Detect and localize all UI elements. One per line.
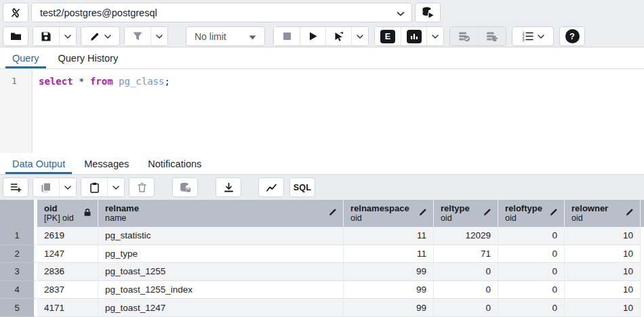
database-rollback-icon (486, 31, 498, 42)
cell-relname[interactable]: pg_statistic (98, 227, 344, 245)
cell-reltype[interactable]: 12029 (434, 227, 498, 245)
help-button[interactable]: ? (559, 26, 585, 46)
save-options-chevron[interactable] (59, 27, 76, 45)
cell-relowner[interactable]: 10 (565, 227, 641, 245)
row-limit-select[interactable]: No limit (186, 26, 265, 46)
table-row: 21247pg_type1171010 (0, 245, 644, 263)
editor-code-area[interactable]: select * from pg_class; (33, 69, 644, 153)
cell-relname[interactable]: pg_toast_1255_index (98, 281, 344, 299)
cell-relname[interactable]: pg_toast_1255 (98, 263, 344, 281)
cell-reloftype[interactable]: 0 (498, 245, 565, 263)
explain-analyze-button[interactable] (401, 27, 426, 45)
row-number[interactable]: 2 (0, 245, 37, 263)
stop-button[interactable] (274, 27, 300, 45)
connection-status-button[interactable] (3, 3, 28, 22)
download-results-button[interactable] (216, 177, 241, 197)
cell-oid[interactable]: 4171 (37, 299, 98, 317)
add-row-button[interactable] (3, 177, 28, 197)
cell-reloftype[interactable]: 0 (498, 299, 565, 317)
execute-to-cursor-button[interactable] (325, 27, 351, 45)
download-icon (224, 182, 234, 193)
output-tab-bar: Data OutputMessagesNotifications (0, 153, 644, 175)
explain-button[interactable]: E (375, 27, 401, 45)
tab-messages[interactable]: Messages (77, 153, 136, 174)
column-header-relnamespace[interactable]: relnamespaceoid (344, 200, 434, 227)
cell-relname[interactable]: pg_type (98, 245, 344, 263)
tab-query-history[interactable]: Query History (52, 47, 125, 68)
question-mark-icon: ? (565, 29, 580, 43)
open-file-button[interactable] (3, 26, 28, 46)
column-type: oid (571, 213, 622, 224)
row-number[interactable]: 1 (0, 227, 37, 245)
cell-relnamespace[interactable]: 11 (344, 245, 434, 263)
edit-pencil-icon[interactable] (625, 207, 635, 219)
cell-reltype[interactable]: 0 (434, 263, 498, 281)
cell-oid[interactable]: 2619 (37, 227, 98, 245)
new-connection-button[interactable] (415, 3, 441, 22)
row-number[interactable]: 5 (0, 299, 37, 317)
cell-reltype[interactable]: 0 (434, 299, 498, 317)
cell-relnamespace[interactable]: 11 (344, 227, 434, 245)
row-number[interactable]: 4 (0, 281, 37, 299)
column-header-reltype[interactable]: reltypeoid (434, 200, 498, 227)
copy-button[interactable] (33, 178, 59, 196)
lock-icon (83, 207, 92, 220)
column-header-text: relnamespaceoid (350, 203, 416, 224)
filter-button[interactable] (125, 27, 150, 45)
column-name: relnamespace (350, 203, 416, 213)
cell-relnamespace[interactable]: 99 (344, 263, 434, 281)
column-header-relowner[interactable]: relowneroid (565, 200, 641, 227)
cell-relowner[interactable]: 10 (565, 245, 641, 263)
delete-row-button[interactable] (129, 177, 155, 197)
rollback-button[interactable] (478, 27, 506, 45)
editor-tab-bar: QueryQuery History (0, 47, 644, 69)
cell-reloftype[interactable]: 0 (498, 263, 565, 281)
database-play-icon (422, 7, 434, 18)
filter-options-chevron[interactable] (150, 27, 167, 45)
connection-select[interactable]: test2/postgres@postgresql (31, 3, 412, 22)
sql-editor[interactable]: 1 select * from pg_class; (0, 69, 644, 153)
edit-pencil-icon[interactable] (483, 207, 492, 219)
cell-reloftype[interactable]: 0 (498, 281, 565, 299)
tab-query[interactable]: Query (5, 47, 46, 68)
save-data-changes-button[interactable] (172, 177, 198, 197)
tab-notifications[interactable]: Notifications (141, 153, 208, 174)
edit-pencil-icon[interactable] (418, 207, 428, 219)
save-file-button[interactable] (33, 27, 59, 45)
column-header-relname[interactable]: relnamename (98, 200, 344, 227)
copy-options-chevron[interactable] (59, 178, 76, 196)
cell-reltype[interactable]: 71 (434, 245, 498, 263)
cell-relowner[interactable]: 10 (565, 299, 641, 317)
cell-relowner[interactable]: 10 (565, 281, 641, 299)
sql-button[interactable]: SQL (289, 177, 315, 197)
macros-button[interactable]: 1 2 3 (512, 26, 554, 46)
cell-reloftype[interactable]: 0 (498, 227, 565, 245)
code-token (113, 76, 119, 87)
cell-relnamespace[interactable]: 99 (344, 281, 434, 299)
column-header-oid[interactable]: oid[PK] oid (37, 200, 98, 227)
execute-options-chevron[interactable] (351, 27, 368, 45)
column-type: oid (505, 213, 546, 224)
cell-reltype[interactable]: 0 (434, 281, 498, 299)
cell-relowner[interactable]: 10 (565, 263, 641, 281)
cell-oid[interactable]: 2837 (37, 281, 98, 299)
cell-relnamespace[interactable]: 99 (344, 299, 434, 317)
row-number[interactable]: 3 (0, 263, 37, 281)
code-token: from (90, 76, 113, 87)
graph-visualiser-button[interactable] (258, 177, 284, 197)
column-header-reloftype[interactable]: reloftypeoid (498, 200, 565, 227)
filter-funnel-icon (132, 31, 143, 41)
edit-button[interactable] (81, 26, 120, 46)
explain-options-chevron[interactable] (426, 27, 443, 45)
paste-options-chevron[interactable] (107, 178, 124, 196)
tab-data-output[interactable]: Data Output (5, 153, 72, 174)
cell-oid[interactable]: 2836 (37, 263, 98, 281)
commit-button[interactable] (450, 27, 478, 45)
cell-oid[interactable]: 1247 (37, 245, 98, 263)
grid-select-all-corner[interactable] (0, 200, 37, 227)
edit-pencil-icon[interactable] (328, 207, 338, 219)
edit-pencil-icon[interactable] (549, 207, 559, 219)
paste-button[interactable] (81, 178, 107, 196)
cell-relname[interactable]: pg_toast_1247 (98, 299, 344, 317)
execute-button[interactable] (300, 27, 325, 45)
